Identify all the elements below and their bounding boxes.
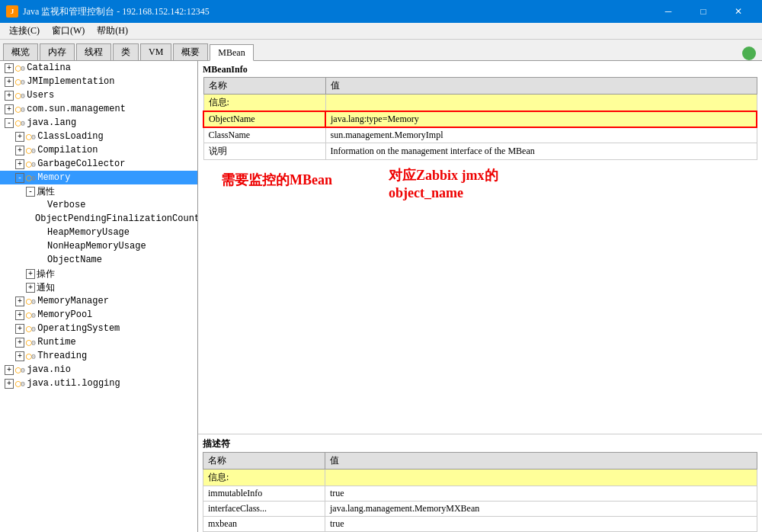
tree-item-users[interactable]: +◯⚙Users [0, 88, 197, 102]
tree-item-通知[interactable]: +通知 [0, 280, 197, 294]
tree-item-catalina[interactable]: +◯⚙Catalina [0, 61, 197, 75]
tree-toggle-runtime[interactable]: + [14, 338, 26, 347]
tab-mbean[interactable]: MBean [210, 44, 253, 61]
mbeaninfo-cell-value-1: java.lang:type=Memory [325, 111, 757, 127]
tree-item-classloading[interactable]: +◯⚙ClassLoading [0, 130, 197, 143]
tree-toggle-通知[interactable]: + [24, 284, 37, 292]
tree-toggle-操作[interactable]: + [24, 270, 37, 278]
tree-toggle-com.sun.management[interactable]: + [3, 105, 15, 114]
tree-item-compilation[interactable]: +◯⚙Compilation [0, 143, 197, 157]
menu-window[interactable]: 窗口(W) [46, 23, 91, 39]
tree-label-nonheapmemoryusage: NonHeapMemoryUsage [47, 241, 146, 252]
tree-toggle-users[interactable]: + [3, 91, 15, 100]
tree-toggle-threading[interactable]: + [14, 352, 26, 361]
tree-label-com.sun.management: com.sun.management [27, 104, 126, 114]
tree-item-memorypool[interactable]: +◯⚙MemoryPool [0, 308, 197, 322]
tab-classes[interactable]: 类 [113, 43, 139, 60]
app-icon: J [6, 5, 18, 18]
descriptor-row-1: immutableInfotrue [203, 486, 757, 502]
tree-item-threading[interactable]: +◯⚙Threading [0, 349, 197, 363]
tree-toggle-compilation[interactable]: + [14, 146, 26, 155]
tree-label-java.lang: java.lang [27, 117, 76, 128]
tree-icon-java.util.logging: ◯⚙ [15, 378, 25, 389]
tree-label-通知: 通知 [37, 281, 55, 294]
tree-label-operatingsystem: OperatingSystem [37, 323, 120, 334]
maximize-button[interactable]: □ [686, 0, 721, 23]
tree-item-nonheapmemoryusage[interactable]: NonHeapMemoryUsage [0, 239, 197, 253]
tree-label-compilation: Compilation [37, 145, 98, 155]
tree-icon-garbagecollector: ◯⚙ [26, 159, 36, 170]
menu-help[interactable]: 帮助(H) [91, 23, 134, 39]
tree-toggle-classloading[interactable]: + [14, 133, 26, 141]
tree-icon-jmimplementation: ◯⚙ [15, 76, 25, 88]
tree-label-jmimplementation: JMImplementation [27, 76, 114, 87]
tree-item-jmimplementation[interactable]: +◯⚙JMImplementation [0, 75, 197, 88]
descriptor-cell-value-2: java.lang.management.MemoryMXBean [325, 502, 757, 517]
tree-label-objectname: ObjectName [47, 255, 102, 265]
tree-icon-catalina: ◯⚙ [15, 62, 25, 74]
tree-item-operatingsystem[interactable]: +◯⚙OperatingSystem [0, 322, 197, 335]
title-bar-controls: ─ □ ✕ [651, 0, 756, 23]
tree-toggle-memory[interactable]: - [14, 174, 26, 182]
tree-toggle-memorypool[interactable]: + [14, 311, 26, 319]
title-bar: J Java 监视和管理控制台 - 192.168.152.142:12345 … [0, 0, 762, 23]
tree-label-heapmemoryusage: HeapMemoryUsage [47, 227, 130, 238]
tree-item-操作[interactable]: +操作 [0, 267, 197, 280]
tree-item-runtime[interactable]: +◯⚙Runtime [0, 335, 197, 349]
tree-toggle-garbagecollector[interactable]: + [14, 160, 26, 168]
tree-toggle-memorymanager[interactable]: + [14, 297, 26, 306]
tree-label-threading: Threading [37, 351, 87, 361]
tab-summary[interactable]: 概要 [173, 43, 208, 60]
tree-toggle-operatingsystem[interactable]: + [14, 325, 26, 333]
annotation-objectname: 对应Zabbix jmx的 object_name [389, 167, 498, 203]
tree-item-verbose[interactable]: Verbose [0, 198, 197, 212]
tree-item-属性[interactable]: -属性 [0, 184, 197, 198]
tab-bar-right [742, 46, 759, 60]
tree-toggle-java.nio[interactable]: + [3, 366, 15, 374]
tree-icon-users: ◯⚙ [15, 90, 25, 101]
tree-item-heapmemoryusage[interactable]: HeapMemoryUsage [0, 226, 197, 239]
tree-label-garbagecollector: GarbageCollector [37, 159, 125, 169]
tree-label-java.util.logging: java.util.logging [27, 378, 120, 389]
tab-memory[interactable]: 内存 [40, 43, 75, 60]
tree-label-java.nio: java.nio [27, 364, 71, 375]
close-button[interactable]: ✕ [721, 0, 756, 23]
tree-item-memorymanager[interactable]: +◯⚙MemoryManager [0, 294, 197, 308]
descriptor-cell-value-0 [325, 470, 757, 486]
tree-icon-memorymanager: ◯⚙ [26, 296, 36, 307]
tree-item-objectname[interactable]: ObjectName [0, 253, 197, 267]
tree-item-objectpendingfinalizationcount[interactable]: ObjectPendingFinalizationCount [0, 212, 197, 226]
mbeaninfo-cell-name-2: ClassName [203, 127, 325, 143]
tree-label-classloading: ClassLoading [37, 131, 103, 142]
mbeaninfo-row-1: ObjectNamejava.lang:type=Memory [203, 111, 757, 127]
tree-panel[interactable]: +◯⚙Catalina+◯⚙JMImplementation+◯⚙Users+◯… [0, 61, 198, 532]
tree-toggle-java.lang[interactable]: - [3, 119, 15, 127]
tree-item-com.sun.management[interactable]: +◯⚙com.sun.management [0, 102, 197, 116]
tree-label-runtime: Runtime [37, 337, 75, 348]
descriptor-cell-name-3: mxbean [203, 517, 325, 532]
tree-item-java.util.logging[interactable]: +◯⚙java.util.logging [0, 377, 197, 390]
tree-label-memorymanager: MemoryManager [37, 296, 109, 306]
descriptor-cell-name-1: immutableInfo [203, 486, 325, 502]
tree-label-users: Users [27, 90, 54, 101]
window-title: Java 监视和管理控制台 - 192.168.152.142:12345 [23, 5, 210, 18]
tree-icon-java.nio: ◯⚙ [15, 364, 25, 376]
tab-threads[interactable]: 线程 [76, 43, 111, 60]
tree-toggle-catalina[interactable]: + [3, 64, 15, 72]
tree-toggle-jmimplementation[interactable]: + [3, 78, 15, 86]
descriptor-cell-name-2: interfaceClass... [203, 502, 325, 517]
tree-toggle-属性[interactable]: - [24, 187, 37, 196]
tree-icon-memory: ◯⚙ [26, 172, 36, 184]
tree-item-garbagecollector[interactable]: +◯⚙GarbageCollector [0, 157, 197, 171]
tree-icon-memorypool: ◯⚙ [26, 309, 36, 321]
tree-item-java.nio[interactable]: +◯⚙java.nio [0, 363, 197, 377]
tree-item-java.lang[interactable]: -◯⚙java.lang [0, 116, 197, 130]
mbeaninfo-cell-name-0: 信息: [203, 95, 325, 112]
tab-overview[interactable]: 概览 [3, 43, 38, 60]
menu-connect[interactable]: 连接(C) [3, 23, 46, 39]
minimize-button[interactable]: ─ [651, 0, 686, 23]
tree-item-memory[interactable]: -◯⚙Memory [0, 171, 197, 184]
tree-toggle-java.util.logging[interactable]: + [3, 380, 15, 388]
tab-vm[interactable]: VM [140, 43, 171, 60]
descriptor-cell-value-3: true [325, 517, 757, 532]
